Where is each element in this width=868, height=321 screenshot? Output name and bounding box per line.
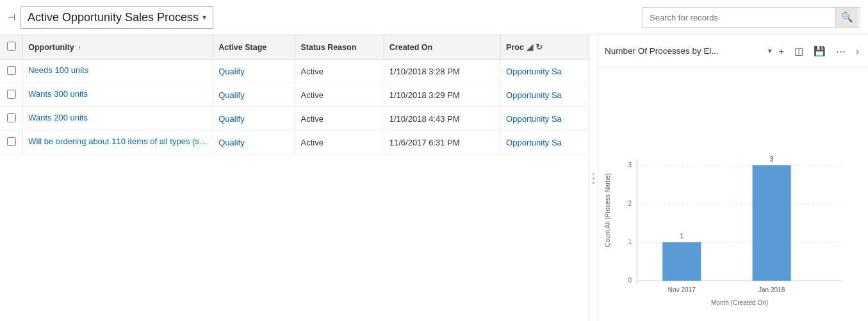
- row-status-reason: Active: [295, 107, 384, 131]
- top-bar-left: ⊣ Active Opportunity Sales Process ▾: [8, 6, 643, 29]
- table-area: Opportunity ↑ Active Stage Status Reason…: [0, 35, 589, 321]
- th-status-reason[interactable]: Status Reason: [295, 35, 384, 60]
- process-link[interactable]: Opportunity Sa: [506, 90, 562, 100]
- search-bar: 🔍: [643, 7, 860, 28]
- process-link[interactable]: Opportunity Sa: [506, 114, 562, 124]
- row-opportunity: Wants 300 units: [23, 83, 213, 107]
- svg-text:Jan 2018: Jan 2018: [758, 286, 785, 293]
- sort-icon: ↑: [76, 44, 81, 51]
- svg-text:Month (Created On): Month (Created On): [711, 299, 768, 306]
- th-process: Proc ◢ ↻: [501, 35, 589, 60]
- bar-chart-svg: Count All (Process Name) 0 1 2 3 1: [598, 74, 868, 321]
- chart-body: Count All (Process Name) 0 1 2 3 1: [598, 67, 868, 321]
- select-all-checkbox[interactable]: [7, 42, 16, 51]
- svg-text:1: 1: [680, 233, 684, 240]
- row-process: Opportunity Sa: [501, 131, 589, 154]
- svg-text:1: 1: [628, 238, 632, 245]
- row-opportunity: Needs 100 units: [23, 60, 213, 83]
- refresh-icon[interactable]: ↻: [536, 42, 543, 52]
- row-opportunity: Will be ordering about 110 items of all …: [23, 131, 213, 154]
- opportunities-table: Opportunity ↑ Active Stage Status Reason…: [0, 35, 589, 154]
- row-created-on: 1/10/2018 4:43 PM: [384, 107, 500, 131]
- chevron-down-icon: ▾: [202, 13, 206, 22]
- process-link[interactable]: Opportunity Sa: [506, 138, 562, 147]
- stage-link[interactable]: Qualify: [218, 90, 244, 100]
- opportunity-link[interactable]: Wants 200 units: [28, 113, 88, 122]
- table-header-row: Opportunity ↑ Active Stage Status Reason…: [0, 35, 589, 60]
- row-checkbox[interactable]: [7, 66, 16, 75]
- row-checkbox-cell: [0, 83, 23, 107]
- filter-icon[interactable]: ◢: [527, 42, 533, 52]
- stage-link[interactable]: Qualify: [218, 138, 244, 147]
- row-checkbox-cell: [0, 107, 23, 131]
- table-row: Wants 200 units Qualify Active 1/10/2018…: [0, 107, 589, 131]
- page-title: Active Opportunity Sales Process: [28, 11, 199, 24]
- th-active-stage[interactable]: Active Stage: [213, 35, 295, 60]
- row-checkbox[interactable]: [7, 137, 16, 146]
- row-active-stage: Qualify: [213, 107, 295, 131]
- row-checkbox-cell: [0, 60, 23, 83]
- svg-text:3: 3: [628, 161, 632, 169]
- chart-header: Number Of Processes by El... ▾ + ◫ 💾 ⋯ ›: [598, 35, 868, 67]
- svg-text:Nov 2017: Nov 2017: [668, 286, 696, 293]
- row-checkbox[interactable]: [7, 113, 16, 122]
- th-opportunity[interactable]: Opportunity ↑: [23, 35, 213, 60]
- row-created-on: 1/10/2018 3:28 PM: [384, 60, 500, 83]
- svg-text:2: 2: [628, 200, 632, 207]
- row-active-stage: Qualify: [213, 83, 295, 107]
- table-row: Needs 100 units Qualify Active 1/10/2018…: [0, 60, 589, 83]
- top-bar: ⊣ Active Opportunity Sales Process ▾ 🔍: [0, 0, 868, 35]
- row-opportunity: Wants 200 units: [23, 107, 213, 131]
- th-created-on[interactable]: Created On: [384, 35, 500, 60]
- main-content: Opportunity ↑ Active Stage Status Reason…: [0, 35, 868, 321]
- chart-chevron-icon[interactable]: ▾: [768, 47, 772, 55]
- row-active-stage: Qualify: [213, 131, 295, 154]
- chart-title: Number Of Processes by El...: [605, 46, 764, 56]
- search-input[interactable]: [643, 13, 835, 22]
- row-checkbox[interactable]: [7, 90, 16, 99]
- stage-link[interactable]: Qualify: [218, 114, 244, 124]
- opportunity-link[interactable]: Needs 100 units: [28, 65, 88, 75]
- row-status-reason: Active: [295, 60, 384, 83]
- table-row: Will be ordering about 110 items of all …: [0, 131, 589, 154]
- row-checkbox-cell: [0, 131, 23, 154]
- table-row: Wants 300 units Qualify Active 1/10/2018…: [0, 83, 589, 107]
- row-status-reason: Active: [295, 83, 384, 107]
- row-created-on: 11/6/2017 6:31 PM: [384, 131, 500, 154]
- row-active-stage: Qualify: [213, 60, 295, 83]
- th-checkbox: [0, 35, 23, 60]
- svg-text:3: 3: [770, 156, 774, 163]
- stage-link[interactable]: Qualify: [218, 67, 244, 76]
- row-status-reason: Active: [295, 131, 384, 154]
- panel-divider[interactable]: [589, 35, 598, 321]
- svg-text:0: 0: [628, 277, 632, 284]
- pin-icon: ⊣: [8, 12, 15, 22]
- chart-area: Number Of Processes by El... ▾ + ◫ 💾 ⋯ ›…: [598, 35, 868, 321]
- svg-text:Count All (Process Name): Count All (Process Name): [604, 173, 611, 247]
- search-button[interactable]: 🔍: [835, 8, 858, 27]
- process-link[interactable]: Opportunity Sa: [506, 67, 562, 76]
- table-body: Needs 100 units Qualify Active 1/10/2018…: [0, 60, 589, 154]
- bar-nov2017[interactable]: [662, 242, 701, 281]
- title-dropdown[interactable]: Active Opportunity Sales Process ▾: [20, 6, 213, 29]
- chart-layout-button[interactable]: ◫: [792, 44, 806, 58]
- row-process: Opportunity Sa: [501, 107, 589, 131]
- row-process: Opportunity Sa: [501, 83, 589, 107]
- opportunity-link[interactable]: Will be ordering about 110 items of all …: [28, 136, 208, 146]
- chart-toolbar: + ◫ 💾 ⋯ ›: [776, 44, 862, 58]
- chart-save-button[interactable]: 💾: [811, 44, 828, 58]
- opportunity-link[interactable]: Wants 300 units: [28, 89, 88, 99]
- chart-add-button[interactable]: +: [776, 44, 787, 58]
- bar-jan2018[interactable]: [753, 165, 791, 281]
- chart-expand-button[interactable]: ›: [853, 44, 862, 58]
- row-process: Opportunity Sa: [501, 60, 589, 83]
- chart-more-button[interactable]: ⋯: [833, 44, 848, 58]
- row-created-on: 1/10/2018 3:29 PM: [384, 83, 500, 107]
